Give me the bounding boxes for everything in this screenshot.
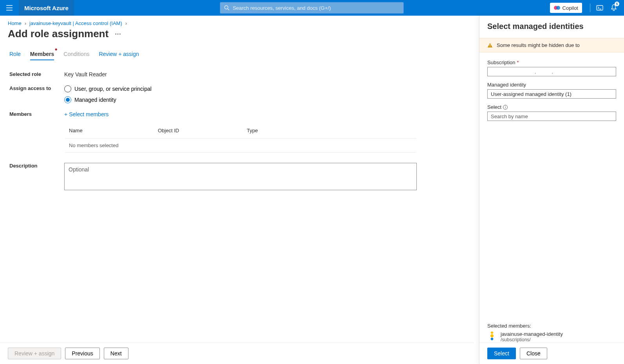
notifications-button[interactable]: 5 [607, 0, 621, 16]
svg-rect-5 [490, 44, 490, 46]
info-icon[interactable]: i [503, 105, 508, 110]
required-indicator: • [55, 48, 57, 51]
plus-icon: + [64, 111, 67, 117]
description-input[interactable] [64, 163, 417, 190]
col-type: Type [243, 124, 416, 137]
svg-point-0 [224, 5, 228, 9]
managed-identity-dropdown[interactable]: User-assigned managed identity (1) [487, 89, 616, 99]
search-icon [224, 5, 230, 11]
radio-label: Managed identity [74, 97, 116, 103]
hamburger-menu-button[interactable] [0, 0, 19, 16]
svg-line-1 [228, 9, 229, 10]
global-search[interactable] [220, 2, 404, 14]
previous-button[interactable]: Previous [65, 348, 99, 359]
selected-role-value: Key Vault Reader [64, 71, 107, 77]
page-title: Add role assignment [8, 28, 109, 40]
member-name: javainuse-managed-identity [501, 331, 563, 337]
panel-footer: Select Close [479, 342, 624, 364]
tab-conditions: Conditions [63, 49, 89, 60]
select-members-link[interactable]: + Select members [64, 111, 109, 117]
subscription-label: Subscription* [487, 59, 616, 65]
copilot-icon [554, 5, 560, 11]
description-label: Description [9, 163, 64, 190]
svg-point-7 [490, 334, 494, 337]
tab-role[interactable]: Role [9, 49, 21, 60]
members-table: Name Object ID Type No members selected [64, 124, 417, 153]
footer-actions: Review + assign Previous Next [0, 342, 474, 364]
selected-member-item[interactable]: javainuse-managed-identity /subscription… [487, 331, 616, 342]
top-bar: Microsoft Azure Copilot 5 [0, 0, 624, 16]
managed-identity-label: Managed identity [487, 82, 616, 88]
chevron-right-icon: › [25, 20, 26, 26]
close-button[interactable]: Close [520, 348, 547, 359]
review-assign-button: Review + assign [8, 348, 61, 359]
cloud-shell-button[interactable] [593, 0, 607, 16]
assign-access-label: Assign access to [9, 85, 64, 91]
subscription-dropdown[interactable]: .. [487, 67, 616, 76]
breadcrumb-home[interactable]: Home [8, 20, 22, 26]
divider [590, 4, 590, 12]
chevron-right-icon: › [125, 20, 127, 26]
warning-icon [487, 43, 493, 48]
select-managed-identities-panel: Select managed identities Some results m… [479, 16, 624, 364]
global-search-input[interactable] [233, 5, 400, 11]
panel-title: Select managed identities [479, 22, 624, 38]
radio-icon [64, 85, 71, 92]
selected-members-label: Selected members: [487, 323, 616, 329]
members-label: Members [9, 111, 64, 117]
copilot-button[interactable]: Copilot [550, 3, 582, 13]
col-name: Name [65, 124, 153, 137]
more-actions-button[interactable]: ⋯ [115, 30, 121, 38]
select-label: Select i [487, 104, 616, 110]
svg-rect-4 [597, 5, 603, 10]
hamburger-icon [6, 5, 13, 11]
managed-identity-icon [487, 331, 497, 341]
member-path: /subscriptions/ [501, 337, 563, 342]
next-button[interactable]: Next [104, 348, 128, 359]
radio-managed-identity[interactable]: Managed identity [64, 96, 152, 103]
notification-badge: 5 [615, 2, 619, 6]
table-row-empty: No members selected [65, 138, 416, 153]
svg-point-3 [556, 6, 560, 10]
selected-role-label: Selected role [9, 71, 64, 77]
tab-members[interactable]: Members• [30, 49, 54, 60]
select-search-input[interactable] [487, 112, 616, 121]
radio-user-group-sp[interactable]: User, group, or service principal [64, 85, 152, 92]
tab-review-assign[interactable]: Review + assign [99, 49, 139, 60]
select-button[interactable]: Select [487, 348, 516, 359]
svg-rect-6 [490, 46, 490, 47]
brand-label[interactable]: Microsoft Azure [19, 0, 74, 16]
breadcrumb-item[interactable]: javainuse-keyvault | Access control (IAM… [29, 20, 122, 26]
warning-banner: Some results might be hidden due to [479, 38, 624, 52]
radio-label: User, group, or service principal [74, 86, 152, 92]
radio-icon [64, 96, 71, 103]
cloud-shell-icon [596, 5, 603, 11]
col-object-id: Object ID [154, 124, 242, 137]
